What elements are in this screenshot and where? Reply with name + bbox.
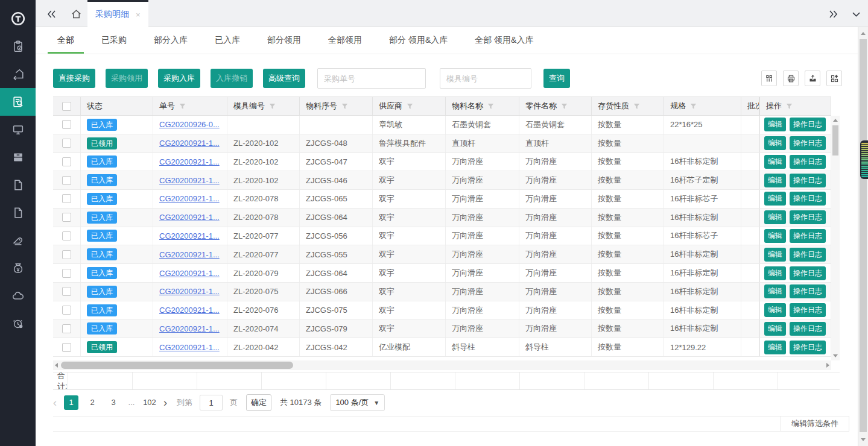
status-tab-0[interactable]: 全部 xyxy=(48,27,84,54)
operation-log-button[interactable]: 操作日志 xyxy=(790,155,826,169)
filter-icon[interactable] xyxy=(690,103,697,110)
sidebar-item-monitor[interactable] xyxy=(0,116,36,143)
row-checkbox[interactable] xyxy=(62,324,71,333)
sidebar-item-archive[interactable] xyxy=(0,143,36,171)
operation-log-button[interactable]: 操作日志 xyxy=(790,266,826,280)
scroll-down-icon[interactable] xyxy=(833,354,838,357)
filter-icon[interactable] xyxy=(561,103,568,110)
print-icon[interactable] xyxy=(783,71,799,86)
order-link[interactable]: CG20200921-1... xyxy=(159,287,220,296)
order-link[interactable]: CG20200921-1... xyxy=(159,269,220,278)
page-item[interactable]: 102 xyxy=(142,395,157,410)
purchase-requisition-button[interactable]: 采购领用 xyxy=(106,69,148,88)
search-mold-input[interactable] xyxy=(440,68,531,89)
page-item[interactable]: 3 xyxy=(106,395,121,410)
table-horizontal-scrollbar[interactable] xyxy=(53,360,831,370)
status-tab-4[interactable]: 部分领用 xyxy=(258,27,311,54)
page-current[interactable]: 1 xyxy=(64,395,78,410)
vertical-scroll-thumb[interactable] xyxy=(832,125,838,155)
order-link[interactable]: CG20200921-1... xyxy=(159,157,220,166)
query-button[interactable]: 查询 xyxy=(543,69,570,88)
row-checkbox[interactable] xyxy=(62,194,71,203)
filter-icon[interactable] xyxy=(341,103,348,110)
edit-button[interactable]: 编辑 xyxy=(764,229,786,243)
sidebar-item-alerts[interactable] xyxy=(0,310,36,338)
order-link[interactable]: CG20200926-0... xyxy=(159,120,220,129)
horizontal-scroll-thumb[interactable] xyxy=(61,362,293,369)
status-tab-1[interactable]: 已采购 xyxy=(92,27,136,54)
row-checkbox[interactable] xyxy=(62,213,71,222)
scroll-up-icon[interactable] xyxy=(833,119,838,122)
sidebar-item-document-2[interactable] xyxy=(0,199,36,227)
order-link[interactable]: CG20200921-1... xyxy=(159,306,220,315)
edit-button[interactable]: 编辑 xyxy=(764,322,786,336)
page-scrollbar[interactable] xyxy=(858,27,868,446)
status-tab-3[interactable]: 已入库 xyxy=(205,27,250,54)
column-settings-icon[interactable] xyxy=(761,71,777,86)
status-tab-7[interactable]: 全部 领用&入库 xyxy=(465,27,543,54)
search-order-input[interactable] xyxy=(317,68,426,89)
operation-log-button[interactable]: 操作日志 xyxy=(790,322,826,336)
inbound-cancel-button[interactable]: 入库撤销 xyxy=(211,69,253,88)
edit-button[interactable]: 编辑 xyxy=(764,210,786,224)
tab-purchase-detail[interactable]: 采购明细 × xyxy=(87,0,148,27)
order-link[interactable]: CG20200921-1... xyxy=(159,343,220,352)
edit-button[interactable]: 编辑 xyxy=(764,284,786,298)
operation-log-button[interactable]: 操作日志 xyxy=(790,174,826,187)
select-all-checkbox[interactable] xyxy=(62,102,71,111)
edit-filter-button[interactable]: 编辑筛选条件 xyxy=(781,416,849,432)
status-tab-2[interactable]: 部分入库 xyxy=(144,27,197,54)
filter-icon[interactable] xyxy=(487,103,494,110)
confirm-button[interactable]: 确定 xyxy=(246,394,271,411)
row-checkbox[interactable] xyxy=(62,250,71,259)
sidebar-item-document-1[interactable] xyxy=(0,171,36,199)
row-checkbox[interactable] xyxy=(62,269,71,278)
operation-log-button[interactable]: 操作日志 xyxy=(790,210,826,224)
collapse-sidebar-icon[interactable] xyxy=(44,7,59,21)
order-link[interactable]: CG20200921-1... xyxy=(159,324,220,333)
advanced-query-button[interactable]: 高级查询 xyxy=(263,69,305,88)
operation-log-button[interactable]: 操作日志 xyxy=(790,118,826,131)
filter-icon[interactable] xyxy=(269,103,276,110)
filter-icon[interactable] xyxy=(633,103,640,110)
operation-log-button[interactable]: 操作日志 xyxy=(790,229,826,243)
sidebar-item-cloud[interactable] xyxy=(0,282,36,310)
operation-log-button[interactable]: 操作日志 xyxy=(790,341,826,354)
prev-page-icon[interactable]: ‹ xyxy=(53,397,57,408)
edit-button[interactable]: 编辑 xyxy=(764,136,786,150)
scroll-left-icon[interactable] xyxy=(55,363,58,368)
row-checkbox[interactable] xyxy=(62,139,71,148)
sidebar-item-import[interactable] xyxy=(0,60,36,88)
filter-icon[interactable] xyxy=(407,103,413,110)
sidebar-item-purchase-query[interactable] xyxy=(0,88,36,116)
direct-purchase-button[interactable]: 直接采购 xyxy=(53,69,95,88)
purchase-inbound-button[interactable]: 采购入库 xyxy=(158,69,200,88)
operation-log-button[interactable]: 操作日志 xyxy=(790,248,826,262)
order-link[interactable]: CG20200921-1... xyxy=(159,231,220,240)
export-icon[interactable] xyxy=(805,71,820,86)
order-link[interactable]: CG20200921-1... xyxy=(159,176,220,185)
scroll-right-icon[interactable] xyxy=(826,363,829,368)
edit-button[interactable]: 编辑 xyxy=(764,303,786,317)
row-checkbox[interactable] xyxy=(62,287,71,296)
edit-button[interactable]: 编辑 xyxy=(764,266,786,280)
sidebar-item-finance[interactable] xyxy=(0,254,36,282)
status-tab-6[interactable]: 部分 领用&入库 xyxy=(379,27,457,54)
page-scroll-thumb[interactable] xyxy=(860,39,867,432)
edit-button[interactable]: 编辑 xyxy=(764,118,786,131)
page-scroll-up-icon[interactable] xyxy=(861,32,866,35)
tab-close-icon[interactable]: × xyxy=(136,11,141,19)
expand-tabs-icon[interactable] xyxy=(826,7,840,21)
tabs-dropdown-icon[interactable] xyxy=(849,7,863,21)
status-tab-5[interactable]: 全部领用 xyxy=(318,27,372,54)
order-link[interactable]: CG20200921-1... xyxy=(159,213,220,222)
edit-button[interactable]: 编辑 xyxy=(764,174,786,187)
edit-button[interactable]: 编辑 xyxy=(764,341,786,354)
table-vertical-scrollbar[interactable] xyxy=(831,116,840,360)
order-link[interactable]: CG20200921-1... xyxy=(159,250,220,259)
order-link[interactable]: CG20200921-1... xyxy=(159,139,220,148)
row-checkbox[interactable] xyxy=(62,343,71,352)
edit-button[interactable]: 编辑 xyxy=(764,192,786,206)
page-ellipsis[interactable]: ... xyxy=(127,395,136,410)
row-checkbox[interactable] xyxy=(62,306,71,315)
